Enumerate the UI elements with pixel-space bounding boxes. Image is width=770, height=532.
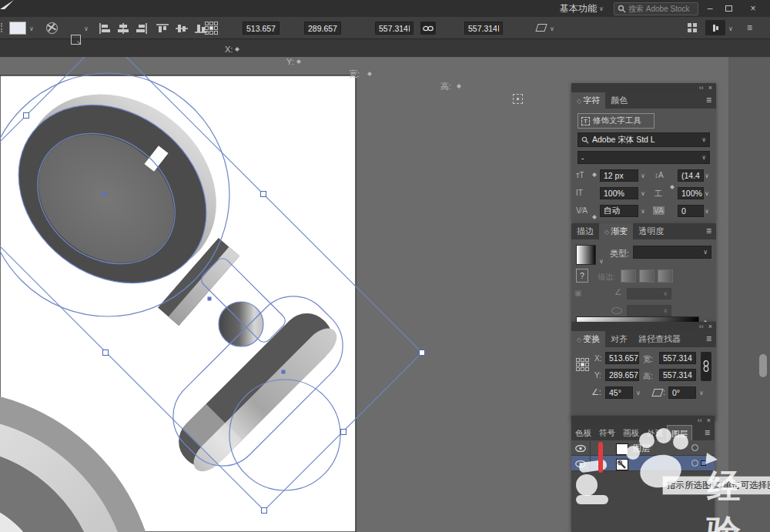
panel-dock-icon[interactable] xyxy=(688,23,697,32)
gradient-type-select[interactable]: ∨ xyxy=(633,246,711,259)
chevron-down-icon[interactable]: ∨ xyxy=(641,190,645,197)
rotate-field[interactable]: 45° xyxy=(605,386,633,399)
reference-point-grid[interactable] xyxy=(576,358,589,371)
layer-thumbnail[interactable] xyxy=(616,443,628,455)
collapse-icon[interactable]: ‹‹ xyxy=(699,323,704,330)
recolor-artwork-icon[interactable] xyxy=(46,22,58,34)
kerning-field[interactable]: 自动 xyxy=(600,205,638,217)
layer-thumbnail[interactable] xyxy=(616,459,628,470)
target-circle[interactable] xyxy=(691,444,698,451)
tab-transform[interactable]: ◇变换 xyxy=(571,331,605,347)
chevron-down-icon[interactable]: ∨ xyxy=(728,25,733,32)
dock-divider-handle[interactable] xyxy=(759,354,767,377)
restore-button[interactable] xyxy=(725,0,732,12)
font-size-stepper[interactable] xyxy=(591,169,598,181)
width-field[interactable]: 557.314 xyxy=(375,22,413,35)
x-field[interactable]: 513.657 xyxy=(243,22,280,35)
width-stepper[interactable] xyxy=(367,68,373,80)
collapse-icon[interactable]: ‹‹ xyxy=(699,84,704,92)
close-button[interactable]: × xyxy=(745,0,761,17)
gradient-annotator-icon[interactable]: ? xyxy=(576,269,588,283)
collapse-icon[interactable]: ‹‹ xyxy=(698,417,702,424)
layer-name[interactable]: 图层 xyxy=(633,443,650,454)
close-icon[interactable]: × xyxy=(707,417,711,424)
height-field[interactable]: 557.314 xyxy=(659,369,696,381)
touch-type-tool-button[interactable]: T 修饰文字工具 xyxy=(578,113,654,129)
chevron-down-icon[interactable]: ∨ xyxy=(705,190,709,197)
tab-transparency[interactable]: 透明度 xyxy=(633,223,669,239)
search-input[interactable]: 搜索 Adobe Stock xyxy=(614,2,698,15)
panel-header: ‹‹ × xyxy=(571,322,716,331)
chevron-down-icon[interactable]: ∨ xyxy=(699,390,704,396)
y-field[interactable]: 289.657 xyxy=(605,369,639,381)
horizontal-scale-field[interactable]: 100% xyxy=(678,187,704,199)
x-stepper[interactable] xyxy=(234,43,241,55)
chevron-down-icon[interactable]: ∨ xyxy=(636,390,641,396)
height-field[interactable]: 557.314 xyxy=(464,22,503,35)
close-icon[interactable]: × xyxy=(708,84,712,92)
tab-character[interactable]: ◇字符 xyxy=(571,92,605,109)
tab-gradient[interactable]: ◇渐变 xyxy=(599,223,633,239)
leading-stepper[interactable] xyxy=(669,181,676,193)
chevron-down-icon[interactable]: ∨ xyxy=(705,172,709,179)
tab-align[interactable]: 对齐 xyxy=(605,331,633,347)
panel-menu-icon[interactable]: ≡ xyxy=(700,425,715,441)
expand-arrow-icon[interactable]: › xyxy=(596,458,599,467)
y-stepper[interactable] xyxy=(296,55,303,68)
chevron-down-icon[interactable]: ∨ xyxy=(84,25,89,32)
font-style-select[interactable]: - ∨ xyxy=(578,151,710,164)
chevron-down-icon[interactable]: ∨ xyxy=(599,258,604,265)
tab-symbols[interactable]: 符号 xyxy=(595,425,619,441)
height-stepper[interactable] xyxy=(456,80,463,92)
tab-artboards[interactable]: 画板 xyxy=(619,425,643,441)
fill-color-swatch[interactable] xyxy=(9,22,26,35)
tab-stroke[interactable]: 描边 xyxy=(571,223,599,239)
panel-menu-icon[interactable]: ≡ xyxy=(701,92,716,109)
tracking-field[interactable]: 0 xyxy=(678,205,704,217)
leading-field[interactable]: (14.4 xyxy=(678,169,704,182)
tab-pathfinder[interactable]: 路径查找器 xyxy=(633,331,686,347)
tab-swatches[interactable]: 色板 xyxy=(571,425,595,441)
vertical-scale-field[interactable]: 100% xyxy=(600,187,638,199)
width-field[interactable]: 557.314 xyxy=(659,352,696,364)
target-circle[interactable] xyxy=(691,460,698,467)
menu-icon[interactable]: ≡ xyxy=(747,23,752,32)
chevron-down-icon[interactable]: ∨ xyxy=(550,25,554,32)
align-left-icon[interactable] xyxy=(99,23,111,34)
minimize-button[interactable]: – xyxy=(702,0,718,17)
x-field[interactable]: 513.657 xyxy=(605,352,639,364)
chevron-down-icon[interactable]: ∨ xyxy=(29,25,34,32)
tab-color[interactable]: 颜色 xyxy=(605,92,633,109)
tab-appearance[interactable]: 外观 xyxy=(643,425,667,441)
selected-art-indicator[interactable] xyxy=(701,460,706,466)
arrange-documents-button[interactable] xyxy=(705,20,725,35)
align-top-icon[interactable] xyxy=(156,23,169,34)
chevron-down-icon[interactable]: ∨ xyxy=(641,208,645,215)
chevron-down-icon[interactable]: ∨ xyxy=(641,172,645,179)
y-field[interactable]: 289.657 xyxy=(304,22,341,35)
vertical-scale-stepper[interactable] xyxy=(591,211,598,223)
layer-row-selected[interactable]: › xyxy=(571,456,715,471)
transform-presets-icon[interactable] xyxy=(71,35,81,45)
shear-field[interactable]: 0° xyxy=(668,386,696,399)
reference-point-grid[interactable] xyxy=(205,22,218,35)
gradient-swatch[interactable] xyxy=(576,245,596,265)
close-icon[interactable]: × xyxy=(708,323,712,330)
scale-bounds-icon[interactable] xyxy=(513,94,523,104)
panel-menu-icon[interactable]: ≡ xyxy=(701,331,716,347)
link-dimensions-button[interactable] xyxy=(420,22,436,35)
font-size-field[interactable]: 12 px xyxy=(600,169,638,182)
chevron-down-icon[interactable]: ∨ xyxy=(705,208,709,215)
tab-layers[interactable]: 图层 xyxy=(667,425,692,441)
constrain-proportions-button[interactable] xyxy=(701,352,711,381)
align-center-icon[interactable] xyxy=(117,23,129,34)
font-family-select[interactable]: Adobe 宋体 Std L ∨ xyxy=(578,132,710,147)
visibility-eye-icon[interactable] xyxy=(575,460,586,467)
workspace-switcher[interactable]: 基本功能 xyxy=(560,0,597,17)
panel-menu-icon[interactable]: ≡ xyxy=(701,223,716,239)
layer-row[interactable]: 图层 xyxy=(571,440,715,456)
shear-tool-icon[interactable] xyxy=(535,24,547,32)
align-vcenter-icon[interactable] xyxy=(176,23,188,34)
visibility-eye-icon[interactable] xyxy=(575,445,586,452)
align-right-icon[interactable] xyxy=(136,23,148,34)
